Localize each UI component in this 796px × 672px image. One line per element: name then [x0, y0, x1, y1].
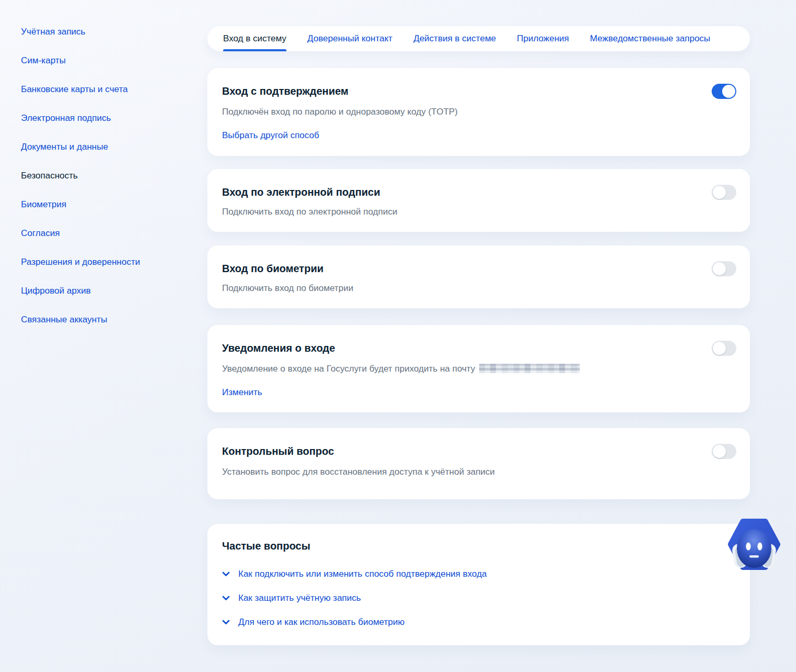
tab-applications[interactable]: Приложения: [517, 26, 569, 51]
card-title: Вход с подтверждением: [222, 85, 735, 98]
card-description: Подключён вход по паролю и одноразовому …: [222, 106, 735, 117]
esignature-login-toggle[interactable]: [712, 185, 736, 200]
toggle-knob: [713, 186, 726, 199]
sidebar-item-linked-accounts: Связанные аккаунты: [21, 314, 194, 326]
security-question-toggle[interactable]: [712, 444, 736, 459]
notification-description-text: Уведомление о входе на Госуслуги будет п…: [222, 364, 475, 374]
card-title: Контрольный вопрос: [222, 445, 735, 458]
toggle-knob: [713, 342, 726, 355]
sidebar-item-label[interactable]: Согласия: [21, 228, 60, 238]
card-biometric-login: Вход по биометрии Подключить вход по био…: [207, 245, 750, 308]
sidebar-item-label[interactable]: Учётная запись: [21, 27, 85, 37]
tab-interagency-requests[interactable]: Межведомственные запросы: [590, 26, 711, 51]
chevron-down-icon: [222, 572, 230, 577]
chevron-down-icon: [222, 620, 230, 625]
faq-item-change-confirmation-method[interactable]: Как подключить или изменить способ подтв…: [222, 568, 735, 580]
choose-other-method-link[interactable]: Выбрать другой способ: [222, 130, 319, 141]
faq-question: Как подключить или изменить способ подтв…: [238, 568, 487, 580]
card-login-confirmation: Вход с подтверждением Подключён вход по …: [207, 68, 750, 156]
login-notifications-toggle[interactable]: [712, 341, 736, 356]
redacted-email: [479, 364, 580, 373]
security-tabbar: Вход в систему Доверенный контакт Действ…: [207, 26, 750, 51]
card-title: Вход по электронной подписи: [222, 186, 735, 199]
card-login-notifications: Уведомления о входе Уведомление о входе …: [207, 325, 750, 412]
login-confirmation-toggle[interactable]: [712, 84, 736, 99]
sidebar-item-label[interactable]: Электронная подпись: [21, 113, 111, 123]
sidebar-item-label[interactable]: Безопасность: [21, 171, 78, 181]
card-title: Вход по биометрии: [222, 262, 735, 275]
sidebar-item-permissions: Разрешения и доверенности: [21, 256, 194, 268]
sidebar-item-sim-cards: Сим-карты: [21, 55, 194, 66]
change-email-link[interactable]: Изменить: [222, 387, 262, 398]
biometric-login-toggle[interactable]: [712, 261, 736, 276]
sidebar-item-consents: Согласия: [21, 228, 194, 239]
card-title: Уведомления о входе: [222, 342, 735, 355]
faq-question: Для чего и как использовать биометрию: [238, 617, 404, 628]
faq-item-biometrics-usage[interactable]: Для чего и как использовать биометрию: [222, 617, 735, 628]
robot-assistant-icon[interactable]: [727, 517, 781, 572]
sidebar-item-label[interactable]: Цифровой архив: [21, 286, 91, 296]
card-esignature-login: Вход по электронной подписи Подключить в…: [207, 169, 750, 232]
sidebar-item-label[interactable]: Биометрия: [21, 199, 67, 209]
sidebar-item-documents: Документы и данные: [21, 141, 194, 153]
toggle-knob: [713, 262, 726, 275]
toggle-knob: [722, 85, 735, 98]
card-description: Подключить вход по электронной подписи: [222, 206, 735, 217]
sidebar-item-e-signature: Электронная подпись: [21, 113, 194, 124]
chevron-down-icon: [222, 596, 230, 601]
sidebar-item-label[interactable]: Документы и данные: [21, 142, 108, 152]
faq-item-protect-account[interactable]: Как защитить учётную запись: [222, 592, 735, 604]
card-description: Уведомление о входе на Госуслуги будет п…: [222, 363, 735, 374]
sidebar-item-label[interactable]: Связанные аккаунты: [21, 315, 107, 324]
tab-trusted-contact[interactable]: Доверенный контакт: [307, 26, 393, 51]
card-description: Подключить вход по биометрии: [222, 283, 735, 294]
tab-system-actions[interactable]: Действия в системе: [413, 26, 496, 51]
card-security-question: Контрольный вопрос Установить вопрос для…: [207, 428, 750, 499]
sidebar-item-bank-cards: Банковские карты и счета: [21, 84, 194, 95]
sidebar-item-label[interactable]: Банковские карты и счета: [21, 84, 128, 94]
card-description: Установить вопрос для восстановления дос…: [222, 466, 735, 477]
toggle-knob: [713, 445, 726, 458]
faq-title: Частые вопросы: [222, 540, 735, 553]
sidebar-item-label[interactable]: Разрешения и доверенности: [21, 257, 140, 267]
tab-login[interactable]: Вход в систему: [223, 26, 286, 51]
sidebar-item-digital-archive: Цифровой архив: [21, 285, 194, 297]
sidebar: Учётная запись Сим-карты Банковские карт…: [21, 26, 194, 343]
sidebar-item-biometrics: Биометрия: [21, 199, 194, 210]
security-settings-main: Вход в систему Доверенный контакт Действ…: [207, 26, 750, 645]
sidebar-item-label[interactable]: Сим-карты: [21, 55, 65, 65]
sidebar-item-security: Безопасность: [21, 170, 194, 182]
sidebar-item-account: Учётная запись: [21, 26, 194, 38]
faq-card: Частые вопросы Как подключить или измени…: [207, 524, 750, 645]
faq-question: Как защитить учётную запись: [238, 592, 361, 604]
